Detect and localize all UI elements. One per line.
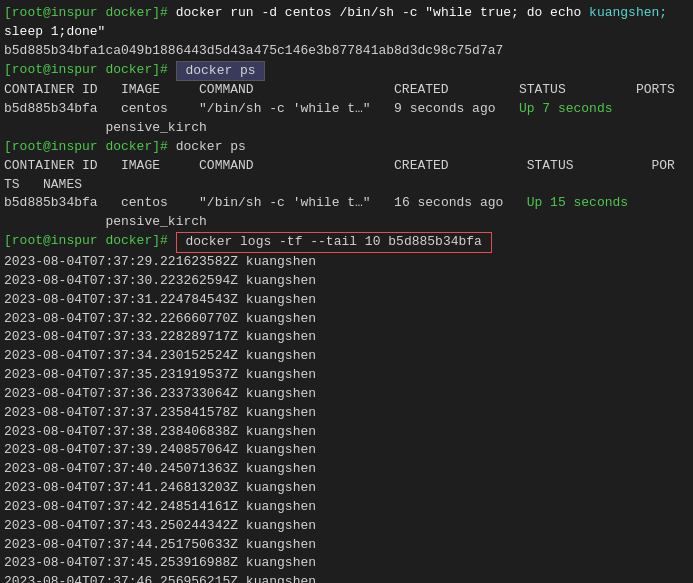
log-line-8: 2023-08-04T07:37:36.233733064Z kuangshen [0,385,693,404]
terminal: [root@inspur docker]# docker run -d cent… [0,0,693,583]
line-3: [root@inspur docker]# docker ps [0,61,693,82]
log-line-16: 2023-08-04T07:37:44.251750633Z kuangshen [0,536,693,555]
log-line-2: 2023-08-04T07:37:30.223262594Z kuangshen [0,272,693,291]
prompt-6: [root@inspur docker]# [4,138,176,157]
created-2: 16 seconds ago [394,194,527,213]
log-line-10: 2023-08-04T07:37:38.238406838Z kuangshen [0,423,693,442]
status-1: Up 7 seconds [519,100,613,119]
created-1: 9 seconds ago [394,100,519,119]
log-timestamp-8: 2023-08-04T07:37:36.233733064Z kuangshen [4,385,316,404]
status-2: Up 15 seconds [527,194,628,213]
ports-1: pensive_kirch [4,119,207,138]
line-8: b5d885b34bfa centos "/bin/sh -c 'while t… [0,194,693,232]
log-line-15: 2023-08-04T07:37:43.250244342Z kuangshen [0,517,693,536]
log-timestamp-13: 2023-08-04T07:37:41.246813203Z kuangshen [4,479,316,498]
cmd-6: docker ps [176,138,246,157]
log-line-13: 2023-08-04T07:37:41.246813203Z kuangshen [0,479,693,498]
log-line-12: 2023-08-04T07:37:40.245071363Z kuangshen [0,460,693,479]
cmd-1: docker run -d centos /bin/sh -c "while t… [176,4,589,23]
log-line-11: 2023-08-04T07:37:39.240857064Z kuangshen [0,441,693,460]
log-timestamp-16: 2023-08-04T07:37:44.251750633Z kuangshen [4,536,316,555]
log-timestamp-7: 2023-08-04T07:37:35.231919537Z kuangshen [4,366,316,385]
log-line-17: 2023-08-04T07:37:45.253916988Z kuangshen [0,554,693,573]
prompt-3: [root@inspur docker]# [4,61,176,82]
ports-2: pensive_kirch [4,213,207,232]
log-line-5: 2023-08-04T07:37:33.228289717Z kuangshen [0,328,693,347]
hash-1: b5d885b34bfa1ca049b1886443d5d43a475c146e… [4,42,503,61]
log-line-1: 2023-08-04T07:37:29.221623582Z kuangshen [0,253,693,272]
log-timestamp-10: 2023-08-04T07:37:38.238406838Z kuangshen [4,423,316,442]
log-timestamp-5: 2023-08-04T07:37:33.228289717Z kuangshen [4,328,316,347]
prompt-9: [root@inspur docker]# [4,232,176,253]
log-timestamp-3: 2023-08-04T07:37:31.224784543Z kuangshen [4,291,316,310]
log-line-14: 2023-08-04T07:37:42.248514161Z kuangshen [0,498,693,517]
table-header-2: CONTAINER ID IMAGE COMMAND CREATED STATU… [4,157,675,176]
line-4: CONTAINER ID IMAGE COMMAND CREATED STATU… [0,81,693,100]
log-timestamp-11: 2023-08-04T07:37:39.240857064Z kuangshen [4,441,316,460]
log-timestamp-6: 2023-08-04T07:37:34.230152524Z kuangshen [4,347,316,366]
line-9: [root@inspur docker]# docker logs -tf --… [0,232,693,253]
log-timestamp-14: 2023-08-04T07:37:42.248514161Z kuangshen [4,498,316,517]
log-timestamp-17: 2023-08-04T07:37:45.253916988Z kuangshen [4,554,316,573]
cmd-highlight-1: kuangshen; [589,4,667,23]
log-line-4: 2023-08-04T07:37:32.226660770Z kuangshen [0,310,693,329]
log-timestamp-1: 2023-08-04T07:37:29.221623582Z kuangshen [4,253,316,272]
line-7b: TS NAMES [0,176,693,195]
table-header-1: CONTAINER ID IMAGE COMMAND CREATED STATU… [4,81,693,100]
line-5: b5d885b34bfa centos "/bin/sh -c 'while t… [0,100,693,138]
line-2: b5d885b34bfa1ca049b1886443d5d43a475c146e… [0,42,693,61]
log-timestamp-15: 2023-08-04T07:37:43.250244342Z kuangshen [4,517,316,536]
log-timestamp-2: 2023-08-04T07:37:30.223262594Z kuangshen [4,272,316,291]
log-line-3: 2023-08-04T07:37:31.224784543Z kuangshen [0,291,693,310]
cmd-highlight-dockerps: docker ps [176,61,266,82]
log-line-18: 2023-08-04T07:37:46.256956215Z kuangshen [0,573,693,583]
log-line-9: 2023-08-04T07:37:37.235841578Z kuangshen [0,404,693,423]
prompt-1: [root@inspur docker]# [4,4,176,23]
log-timestamp-4: 2023-08-04T07:37:32.226660770Z kuangshen [4,310,316,329]
line-6: [root@inspur docker]# docker ps [0,138,693,157]
log-line-6: 2023-08-04T07:37:34.230152524Z kuangshen [0,347,693,366]
table-header-2b: TS NAMES [4,176,82,195]
cmd-logs: docker logs -tf --tail 10 b5d885b34bfa [176,232,492,253]
line-1: [root@inspur docker]# docker run -d cent… [0,4,693,42]
container-row-2: b5d885b34bfa centos "/bin/sh -c 'while t… [4,194,394,213]
log-timestamp-12: 2023-08-04T07:37:40.245071363Z kuangshen [4,460,316,479]
line-7: CONTAINER ID IMAGE COMMAND CREATED STATU… [0,157,693,176]
container-row-1: b5d885b34bfa centos "/bin/sh -c 'while t… [4,100,394,119]
log-line-7: 2023-08-04T07:37:35.231919537Z kuangshen [0,366,693,385]
log-timestamp-9: 2023-08-04T07:37:37.235841578Z kuangshen [4,404,316,423]
log-timestamp-18: 2023-08-04T07:37:46.256956215Z kuangshen [4,573,316,583]
cmd-1b: sleep 1;done" [4,23,105,42]
